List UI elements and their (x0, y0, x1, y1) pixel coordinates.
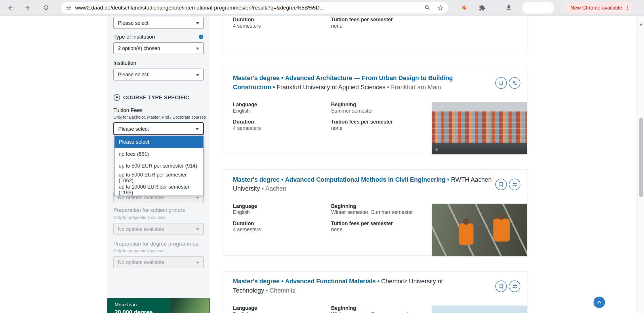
browser-toolbar: www2.daad.de/deutschland/studienangebote… (0, 0, 644, 16)
preparation-degree-programmes-hint: Only for preparatory courses (113, 248, 165, 253)
forward-icon (24, 4, 31, 12)
preparation-degree-programmes-label: Preparation for degree programmes (113, 241, 198, 247)
info-icon[interactable] (198, 34, 204, 39)
type-of-institution-label: Type of institution (113, 34, 204, 40)
tuition-fees-value: Please select (118, 126, 149, 132)
dropdown-option[interactable]: Please select (115, 136, 203, 148)
results-list: Duration4 semesters Tuition fees per sem… (223, 16, 527, 313)
course-heading: Master's degree•Advanced Functional Mate… (233, 277, 492, 295)
compare-icon (512, 181, 518, 187)
result-card: Master's degree•Advanced Functional Mate… (223, 271, 527, 313)
back-button[interactable] (5, 2, 16, 13)
course-image: © (432, 102, 527, 155)
course-image (432, 306, 527, 313)
extensions-puzzle-icon[interactable] (479, 4, 485, 11)
institution-select[interactable]: Please select (113, 69, 204, 80)
tuition-fees-hint: Only for Bachelor, Master, Phd / Doctora… (113, 115, 206, 119)
url-text: www2.daad.de/deutschland/studienangebote… (75, 5, 325, 11)
bookmark-star-icon[interactable] (437, 4, 444, 11)
institution-value: Please select (118, 72, 148, 77)
course-title-link[interactable]: Advanced Computational Methods in Civil … (285, 176, 445, 183)
downloads-icon[interactable] (505, 4, 512, 11)
reload-button[interactable] (40, 2, 52, 13)
zoom-icon[interactable] (424, 5, 430, 11)
compare-button[interactable] (509, 280, 520, 292)
chrome-update-label: New Chrome available (571, 5, 622, 10)
dropdown-option[interactable]: up to 10000 EUR per semester (1193) (115, 184, 203, 196)
promo-banner-text: More than 20,000 degree (115, 302, 153, 313)
type-of-institution-select[interactable]: 2 option(s) chosen (113, 42, 204, 54)
site-settings-icon[interactable] (66, 5, 72, 11)
compare-button[interactable] (509, 179, 520, 190)
page: www2.daad.de/deutschland/studienangebote… (0, 0, 644, 313)
compare-button[interactable] (509, 77, 520, 89)
chevron-up-icon (596, 299, 603, 306)
forward-button[interactable] (21, 2, 33, 13)
institution-label: Institution (113, 60, 136, 66)
page-scrollbar[interactable] (637, 16, 644, 313)
result-card: Master's degree•Advanced Computational M… (223, 169, 527, 256)
filter-select-top[interactable]: Please select (113, 17, 204, 29)
promo-banner-image (170, 298, 209, 313)
profile-chip[interactable] (522, 2, 554, 13)
back-icon (7, 4, 14, 12)
course-image (432, 204, 527, 257)
course-heading: Master's degree•Advanced Architecture — … (233, 73, 492, 92)
dropdown-option[interactable]: no fees (861) (115, 148, 203, 160)
result-card-partial: Duration4 semesters Tuition fees per sem… (223, 16, 527, 52)
bookmark-icon (498, 182, 504, 187)
bookmark-button[interactable] (495, 280, 507, 292)
preparation-subject-groups-label: Preparation for subject groups (113, 207, 185, 213)
degree-type[interactable]: Master's degree (233, 176, 279, 183)
compare-icon (512, 80, 518, 86)
filter-select-top-value: Please select (118, 20, 148, 26)
bookmark-button[interactable] (495, 77, 507, 89)
preparation-degree-programmes-select: No options available (113, 256, 204, 268)
preparation-subject-groups-select: No options available (113, 223, 204, 235)
promo-banner[interactable]: More than 20,000 degree (107, 298, 209, 313)
copyright-badge: © (434, 147, 440, 153)
tuition-fees-select[interactable]: Please select (113, 122, 204, 135)
detail-fees: Tuition fees per semesternone (331, 17, 425, 34)
degree-type[interactable]: Master's degree (233, 74, 279, 81)
course-title-link[interactable]: Advanced Functional Materials (285, 278, 376, 284)
tuition-fees-label: Tuition Fees (113, 107, 142, 113)
course-heading: Master's degree•Advanced Computational M… (233, 175, 492, 193)
bookmark-icon (498, 80, 504, 86)
course-type-specific-header: COURSE TYPE SPECIFIC (113, 94, 189, 101)
chrome-update-button[interactable]: New Chrome available (565, 2, 634, 13)
result-card: Master's degree•Advanced Architecture — … (223, 68, 527, 154)
filter-sidebar: Please select Type of institution 2 opti… (107, 16, 209, 313)
scrollbar-up-arrow[interactable] (639, 23, 643, 26)
dropdown-option[interactable]: up to 500 EUR per semester (914) (115, 160, 203, 172)
city-name: Aachen (265, 185, 286, 192)
city-name: Frankfurt am Main (391, 84, 441, 90)
scroll-to-top-button[interactable] (593, 297, 605, 308)
detail-duration: Duration4 semesters (233, 17, 327, 34)
university-name: Frankfurt University of Applied Sciences (277, 84, 385, 90)
tuition-fees-dropdown-list: Please select no fees (861) up to 500 EU… (114, 136, 204, 196)
type-of-institution-value: 2 option(s) chosen (118, 45, 160, 51)
extension-colored-icon[interactable] (461, 4, 467, 11)
scrollbar-thumb[interactable] (639, 118, 643, 197)
url-bar[interactable]: www2.daad.de/deutschland/studienangebote… (61, 2, 448, 13)
city-name: Chemnitz (270, 287, 296, 294)
bookmark-icon (498, 283, 504, 289)
reload-icon (43, 4, 49, 11)
dropdown-option[interactable]: up to 5000 EUR per semester (1062) (115, 172, 203, 183)
kebab-menu-icon[interactable] (625, 5, 630, 10)
graduation-cap-icon (113, 94, 120, 101)
degree-type[interactable]: Master's degree (233, 278, 279, 284)
preparation-subject-groups-hint: Only for preparatory courses (113, 215, 165, 220)
bookmark-button[interactable] (495, 179, 507, 190)
compare-icon (512, 283, 518, 289)
